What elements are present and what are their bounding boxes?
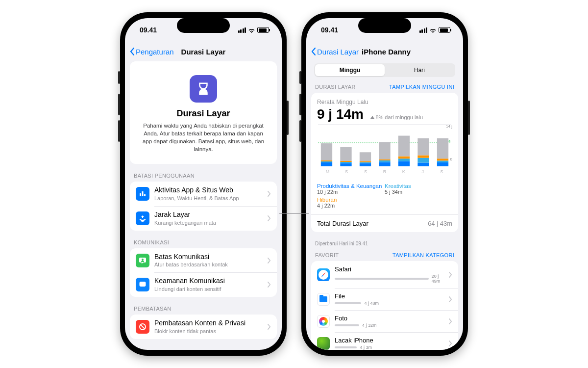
row-subtitle: Laporan, Waktu Henti, & Batas App <box>154 195 265 202</box>
row-content-privacy[interactable]: Pembatasan Konten & Privasi Blokir konte… <box>130 315 277 339</box>
chevron-right-icon <box>268 215 271 221</box>
fav-row[interactable]: Lacak iPhone 4 j 3m <box>311 332 458 350</box>
section-header-usage: BATASI PENGGUNAAN <box>134 173 273 179</box>
chevron-right-icon <box>449 272 452 278</box>
chevron-right-icon <box>268 191 271 197</box>
svg-rect-12 <box>340 147 351 161</box>
row-comm-safety[interactable]: Keamanan Komunikasi Lindungi dari konten… <box>130 272 277 297</box>
chevron-left-icon <box>130 48 135 55</box>
svg-rect-9 <box>340 163 351 166</box>
total-row: Total Durasi Layar 64 j 43m <box>311 214 458 232</box>
app-icon <box>317 268 330 281</box>
chevron-right-icon <box>268 258 271 263</box>
fav-name: Foto <box>335 315 446 322</box>
show-category-link[interactable]: TAMPILKAN KATEGORI <box>392 252 454 258</box>
updated-label: Diperbarui Hari ini 09.41 <box>315 241 454 246</box>
wifi-icon <box>248 27 255 33</box>
svg-rect-6 <box>321 161 332 162</box>
row-title: Aktivitas App & Situs Web <box>154 186 265 195</box>
svg-rect-7 <box>321 160 332 161</box>
fav-row[interactable]: Safari 20 j 49m <box>311 261 458 288</box>
seg-day[interactable]: Hari <box>385 64 454 76</box>
app-icon <box>317 293 330 306</box>
back-button[interactable]: Pengaturan <box>130 48 174 56</box>
section-header-comm: KOMUNIKASI <box>134 239 273 245</box>
chart-legend: Produktivitas & Keuangan10 j 22m Kreativ… <box>311 179 458 214</box>
dynamic-island <box>358 18 411 33</box>
section-header-restrict: PEMBATASAN <box>134 306 273 312</box>
svg-rect-10 <box>340 162 351 163</box>
show-this-week-link[interactable]: TAMPILKAN MINGGU INI <box>389 84 454 90</box>
row-screen-distance[interactable]: Jarak Layar Kurangi ketegangan mata <box>130 206 277 231</box>
svg-rect-11 <box>340 161 351 162</box>
cellular-icon <box>238 27 246 33</box>
row-subtitle: Atur batas berdasarkan kontak <box>154 262 265 268</box>
svg-rect-17 <box>379 162 390 166</box>
fav-name: Safari <box>335 265 446 273</box>
row-subtitle: Lindungi dari konten sensitif <box>154 286 265 292</box>
fav-row[interactable]: Foto 4 j 32m <box>311 310 458 332</box>
avg-value: 9 j 14m <box>317 106 364 122</box>
section-header-duration: DURASI LAYAR TAMPILKAN MINGGU INI <box>315 84 454 90</box>
svg-rect-29 <box>437 162 448 166</box>
fav-name: File <box>335 292 446 300</box>
phone-frame-left: 09.41 Pengaturan Durasi Layar <box>120 12 287 356</box>
nav-title: Durasi Layar <box>181 48 226 56</box>
phone-frame-right: 09.41 Durasi Layar iPhone Danny Minggu H… <box>301 12 468 356</box>
svg-rect-8 <box>321 143 332 160</box>
cellular-icon <box>419 27 428 33</box>
chevron-right-icon <box>268 282 271 288</box>
svg-rect-28 <box>417 138 429 156</box>
svg-rect-5 <box>321 162 332 166</box>
svg-rect-27 <box>417 156 429 158</box>
svg-rect-26 <box>417 158 429 163</box>
back-label: Pengaturan <box>136 48 174 56</box>
dynamic-island <box>177 18 230 33</box>
chevron-right-icon <box>449 296 452 302</box>
svg-rect-13 <box>360 163 371 166</box>
summary-card: Rerata Minggu Lalu 9 j 14m 8% dari mingg… <box>311 93 458 232</box>
connector-line <box>279 213 309 214</box>
status-time: 09.41 <box>321 26 338 34</box>
app-icon <box>317 337 330 350</box>
segmented-control[interactable]: Minggu Hari <box>314 63 455 77</box>
favorit-list: Safari 20 j 49m File 4 j 48m Foto 4 j 32… <box>311 261 458 350</box>
battery-icon <box>257 27 269 33</box>
svg-rect-24 <box>398 136 410 157</box>
fav-name: Lacak iPhone <box>335 337 446 344</box>
svg-rect-16 <box>360 152 371 161</box>
fav-row[interactable]: File 4 j 48m <box>311 288 458 310</box>
row-app-activity[interactable]: Aktivitas App & Situs Web Laporan, Waktu… <box>130 182 277 206</box>
app-icon <box>317 315 330 328</box>
svg-rect-31 <box>437 158 448 160</box>
chevron-right-icon <box>449 318 452 324</box>
legend-item: Hiburan4 j 22m <box>317 196 385 210</box>
wifi-icon <box>429 27 437 33</box>
row-subtitle: Blokir konten tidak pantas <box>154 328 265 335</box>
svg-rect-14 <box>360 162 371 163</box>
legend-item: Kreativitas5 j 34m <box>385 182 452 196</box>
row-subtitle: Kurangi ketegangan mata <box>154 220 265 226</box>
chevron-left-icon <box>311 48 316 55</box>
svg-rect-23 <box>398 157 410 159</box>
svg-rect-20 <box>379 142 390 159</box>
back-button[interactable]: Durasi Layar <box>311 48 359 56</box>
svg-rect-18 <box>379 160 390 162</box>
avg-label: Rerata Minggu Lalu <box>317 99 452 105</box>
seg-week[interactable]: Minggu <box>315 64 385 76</box>
svg-rect-19 <box>379 159 390 160</box>
battery-icon <box>439 27 450 33</box>
legend-item: Produktivitas & Keuangan10 j 22m <box>317 182 385 196</box>
bubble-shield-icon <box>136 278 149 291</box>
row-comm-limits[interactable]: Batas Komunikasi Atur batas berdasarkan … <box>130 248 277 273</box>
hero-body: Pahami waktu yang Anda habiskan di peran… <box>139 122 268 153</box>
svg-rect-25 <box>417 163 429 166</box>
hero-card: Durasi Layar Pahami waktu yang Anda habi… <box>130 61 277 164</box>
svg-rect-32 <box>437 138 448 158</box>
svg-rect-22 <box>398 158 410 161</box>
status-time: 09.41 <box>140 26 157 34</box>
chart-bar-icon <box>136 187 149 201</box>
delta-value: 8% dari minggu lalu <box>370 114 423 120</box>
weekly-chart: 14 j 0 rerata <box>317 124 452 167</box>
svg-rect-0 <box>140 282 146 287</box>
